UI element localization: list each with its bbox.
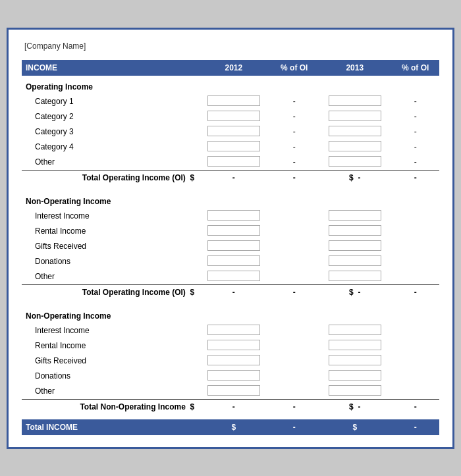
table-row: Gifts Received — [22, 354, 439, 369]
table-row: Gifts Received — [22, 239, 439, 254]
category-3-pct-2013: - — [391, 124, 439, 140]
header-income: INCOME — [22, 60, 197, 76]
category-2-input-2012 — [197, 109, 270, 124]
other-1-label: Other — [22, 155, 197, 171]
table-row: Rental Income — [22, 338, 439, 354]
table-row: Rental Income — [22, 224, 439, 239]
category-1-pct-2012: - — [270, 94, 318, 109]
table-row: Interest Income — [22, 209, 439, 224]
total-oi-dash-3: - — [391, 170, 439, 185]
total-operating-income-2-row: Total Operating Income (OI) $ - - $ - - — [22, 284, 439, 300]
interest-income-1-label: Interest Income — [22, 209, 197, 224]
category-4-pct-2013: - — [391, 140, 439, 155]
page-container: [Company Name] INCOME 2012 % of OI 2013 … — [7, 28, 454, 449]
grand-total-row: Total INCOME $ - $ - — [22, 419, 439, 435]
total-oi-dollar: $ - — [318, 170, 391, 185]
gifts-received-2-label: Gifts Received — [22, 354, 197, 369]
operating-income-header: Operating Income — [22, 76, 439, 94]
table-row: Category 3 - - — [22, 124, 439, 140]
category-4-pct-2012: - — [270, 140, 318, 155]
table-row: Category 4 - - — [22, 140, 439, 155]
category-3-input-2013 — [318, 124, 391, 140]
grand-total-dash-1: - — [270, 419, 318, 435]
category-4-label: Category 4 — [22, 140, 197, 155]
non-operating-income-1-title: Non-Operating Income — [22, 190, 197, 209]
non-operating-income-2-title: Non-Operating Income — [22, 305, 197, 323]
other-1-input-2012 — [197, 155, 270, 171]
category-1-pct-2013: - — [391, 94, 439, 109]
company-name: [Company Name] — [22, 41, 439, 51]
category-3-pct-2012: - — [270, 124, 318, 140]
total-oi-dash-1: - — [197, 170, 270, 185]
category-1-label: Category 1 — [22, 94, 197, 109]
operating-income-title: Operating Income — [22, 76, 197, 94]
category-1-input-2013 — [318, 94, 391, 109]
category-4-input-2013 — [318, 140, 391, 155]
table-header: INCOME 2012 % of OI 2013 % of OI — [22, 60, 439, 76]
income-table: INCOME 2012 % of OI 2013 % of OI Operati… — [22, 60, 439, 435]
grand-total-label: Total INCOME — [22, 419, 197, 435]
header-2012: 2012 — [197, 60, 270, 76]
rental-income-1-label: Rental Income — [22, 224, 197, 239]
other-1-input-2013 — [318, 155, 391, 171]
donations-1-label: Donations — [22, 254, 197, 269]
other-1-pct-2012: - — [270, 155, 318, 171]
grand-total-dollar-1: $ — [197, 419, 270, 435]
table-row: Category 1 - - — [22, 94, 439, 109]
grand-total-dollar-2: $ — [318, 419, 391, 435]
other-3-label: Other — [22, 384, 197, 400]
category-1-input-2012 — [197, 94, 270, 109]
gifts-received-1-label: Gifts Received — [22, 239, 197, 254]
other-2-label: Other — [22, 269, 197, 285]
table-row: Interest Income — [22, 323, 439, 338]
table-row: Other — [22, 384, 439, 400]
donations-2-label: Donations — [22, 369, 197, 384]
total-operating-income-2-label: Total Operating Income (OI) $ — [22, 284, 197, 300]
table-row: Donations — [22, 254, 439, 269]
total-non-operating-income-label: Total Non-Operating Income $ — [22, 399, 197, 414]
grand-total-dash-2: - — [391, 419, 439, 435]
table-row: Other - - — [22, 155, 439, 171]
category-2-input-2013 — [318, 109, 391, 124]
total-non-operating-income-row: Total Non-Operating Income $ - - $ - - — [22, 399, 439, 414]
table-row: Category 2 - - — [22, 109, 439, 124]
total-operating-income-row: Total Operating Income (OI) $ - - $ - - — [22, 170, 439, 185]
category-4-input-2012 — [197, 140, 270, 155]
category-3-label: Category 3 — [22, 124, 197, 140]
spacer — [22, 185, 439, 190]
rental-income-2-label: Rental Income — [22, 338, 197, 354]
header-pct-oi-2: % of OI — [391, 60, 439, 76]
non-operating-income-1-header: Non-Operating Income — [22, 190, 439, 209]
table-row: Other — [22, 269, 439, 285]
header-pct-oi-1: % of OI — [270, 60, 318, 76]
spacer — [22, 414, 439, 419]
category-2-pct-2012: - — [270, 109, 318, 124]
non-operating-income-2-header: Non-Operating Income — [22, 305, 439, 323]
interest-income-2-label: Interest Income — [22, 323, 197, 338]
spacer — [22, 300, 439, 305]
total-oi-dash-2: - — [270, 170, 318, 185]
total-operating-income-label: Total Operating Income (OI) $ — [22, 170, 197, 185]
header-2013: 2013 — [318, 60, 391, 76]
category-2-pct-2013: - — [391, 109, 439, 124]
category-3-input-2012 — [197, 124, 270, 140]
category-2-label: Category 2 — [22, 109, 197, 124]
table-row: Donations — [22, 369, 439, 384]
other-1-pct-2013: - — [391, 155, 439, 171]
